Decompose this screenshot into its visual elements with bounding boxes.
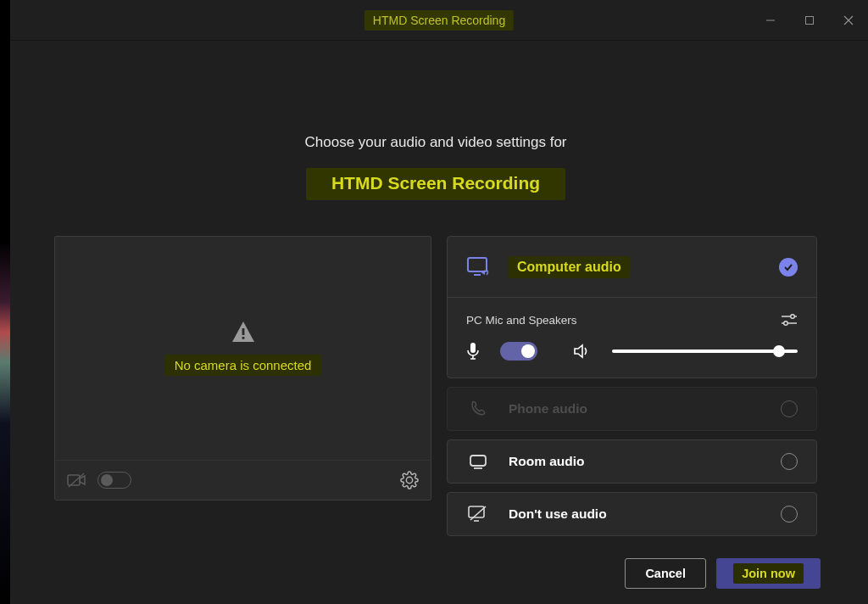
svg-rect-14 — [470, 343, 476, 353]
camera-panel: No camera is connected — [54, 236, 431, 536]
close-button[interactable] — [829, 0, 868, 41]
mic-icon — [466, 342, 480, 361]
window-controls — [751, 0, 868, 41]
heading-subtitle: Choose your audio and video settings for — [54, 134, 817, 151]
audio-option-none[interactable]: Don't use audio — [447, 492, 817, 536]
titlebar: HTMD Screen Recording — [10, 0, 868, 41]
join-now-button[interactable]: Join now — [716, 558, 821, 589]
svg-rect-5 — [242, 337, 244, 339]
camera-toolbar — [54, 460, 431, 501]
audio-option-phone: Phone audio — [447, 387, 817, 431]
audio-option-computer-header[interactable]: Computer audio — [448, 237, 816, 298]
phone-icon — [469, 400, 487, 418]
camera-off-icon — [67, 472, 87, 489]
settings-panels: No camera is connected — [54, 236, 817, 536]
volume-slider-thumb[interactable] — [773, 345, 785, 357]
phone-audio-radio — [781, 400, 798, 417]
close-icon — [843, 15, 854, 25]
selected-check-icon — [779, 258, 798, 277]
audio-option-computer[interactable]: Computer audio PC Mic and Speakers — [447, 236, 817, 378]
camera-preview: No camera is connected — [54, 236, 431, 460]
maximize-icon — [804, 15, 815, 25]
footer-actions: Cancel Join now — [625, 558, 821, 589]
monitor-sound-icon — [466, 256, 492, 278]
volume-slider[interactable] — [612, 350, 798, 353]
device-name-label: PC Mic and Speakers — [466, 314, 577, 327]
svg-rect-1 — [806, 17, 814, 25]
mic-toggle[interactable] — [500, 342, 537, 361]
window-title: HTMD Screen Recording — [364, 10, 514, 31]
svg-rect-19 — [469, 506, 484, 517]
no-camera-message: No camera is connected — [164, 355, 322, 376]
meeting-join-window: HTMD Screen Recording Choose your audio … — [10, 0, 868, 604]
no-audio-radio[interactable] — [781, 506, 798, 523]
computer-audio-label: Computer audio — [509, 256, 630, 278]
no-audio-icon — [467, 505, 489, 523]
svg-rect-8 — [468, 258, 487, 271]
phone-audio-label: Phone audio — [509, 401, 587, 417]
computer-audio-body: PC Mic and Speakers — [448, 298, 816, 378]
gear-icon[interactable] — [400, 471, 419, 489]
content-area: Choose your audio and video settings for… — [10, 41, 868, 536]
audio-panel: Computer audio PC Mic and Speakers — [447, 236, 817, 536]
no-audio-label: Don't use audio — [509, 506, 607, 522]
svg-rect-17 — [470, 456, 486, 466]
warning-icon — [231, 321, 255, 343]
device-settings-icon[interactable] — [781, 313, 798, 327]
heading-block: Choose your audio and video settings for… — [54, 134, 817, 200]
minimize-button[interactable] — [751, 0, 790, 41]
svg-rect-4 — [242, 328, 244, 335]
maximize-button[interactable] — [790, 0, 829, 41]
svg-point-11 — [791, 315, 795, 319]
svg-rect-6 — [68, 475, 80, 485]
room-audio-label: Room audio — [509, 454, 585, 469]
meeting-name: HTMD Screen Recording — [306, 168, 565, 200]
svg-point-13 — [784, 322, 788, 326]
room-icon — [468, 453, 488, 470]
minimize-icon — [765, 15, 776, 25]
audio-option-room[interactable]: Room audio — [447, 439, 817, 484]
desktop-background-sliver — [0, 0, 10, 604]
cancel-button[interactable]: Cancel — [625, 558, 706, 589]
speaker-icon — [573, 343, 592, 360]
join-now-label: Join now — [733, 563, 804, 584]
room-audio-radio[interactable] — [781, 453, 798, 470]
camera-toggle[interactable] — [97, 472, 131, 489]
